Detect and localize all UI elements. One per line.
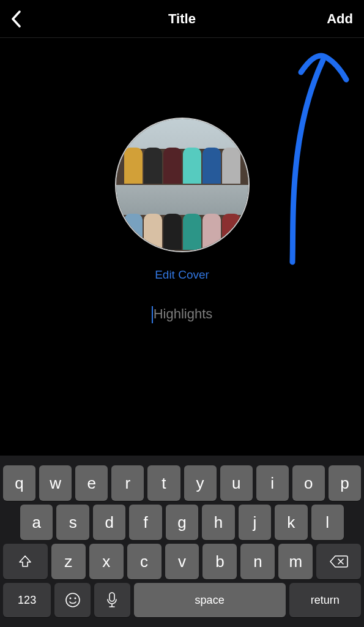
- shift-key[interactable]: [3, 544, 48, 579]
- key-l[interactable]: l: [311, 505, 344, 540]
- title-input[interactable]: Highlights: [154, 306, 213, 323]
- cover-image[interactable]: [115, 118, 250, 252]
- backspace-icon: [330, 555, 348, 568]
- keyboard-row-1: q w e r t y u i o p: [3, 465, 361, 501]
- key-v[interactable]: v: [165, 544, 199, 579]
- svg-point-0: [66, 593, 80, 607]
- emoji-key[interactable]: [54, 583, 91, 617]
- key-t[interactable]: t: [147, 465, 180, 501]
- key-h[interactable]: h: [202, 505, 234, 540]
- dictation-key[interactable]: [94, 583, 130, 617]
- content-area: Edit Cover Highlights: [0, 38, 364, 323]
- key-d[interactable]: d: [93, 505, 125, 540]
- edit-cover-button[interactable]: Edit Cover: [155, 268, 209, 282]
- shift-icon: [18, 554, 32, 569]
- title-input-container[interactable]: Highlights: [152, 306, 213, 323]
- chevron-left-icon: [11, 10, 21, 28]
- key-o[interactable]: o: [292, 465, 325, 501]
- key-s[interactable]: s: [56, 505, 89, 540]
- svg-point-1: [69, 598, 71, 599]
- keyboard: q w e r t y u i o p a s d f g h j k l z …: [0, 456, 364, 627]
- key-g[interactable]: g: [166, 505, 198, 540]
- key-q[interactable]: q: [3, 465, 35, 501]
- keyboard-row-4: 123 space return: [3, 583, 361, 617]
- key-i[interactable]: i: [256, 465, 289, 501]
- key-j[interactable]: j: [239, 505, 271, 540]
- key-k[interactable]: k: [275, 505, 307, 540]
- mic-icon: [106, 592, 117, 608]
- key-y[interactable]: y: [184, 465, 217, 501]
- key-b[interactable]: b: [202, 544, 237, 579]
- text-cursor: [152, 306, 153, 323]
- numbers-key[interactable]: 123: [3, 583, 51, 617]
- key-u[interactable]: u: [220, 465, 253, 501]
- return-key[interactable]: return: [289, 583, 361, 617]
- page-title: Title: [168, 11, 196, 27]
- emoji-icon: [65, 592, 81, 608]
- keyboard-row-2: a s d f g h j k l: [3, 505, 361, 540]
- key-a[interactable]: a: [20, 505, 53, 540]
- keyboard-row-3: z x c v b n m: [3, 544, 361, 579]
- space-key[interactable]: space: [134, 583, 286, 617]
- svg-point-2: [74, 598, 76, 599]
- add-button[interactable]: Add: [310, 11, 353, 27]
- key-c[interactable]: c: [127, 544, 162, 579]
- key-r[interactable]: r: [111, 465, 144, 501]
- header-bar: Title Add: [0, 0, 364, 38]
- key-w[interactable]: w: [39, 465, 72, 501]
- key-p[interactable]: p: [329, 465, 361, 501]
- key-m[interactable]: m: [278, 544, 313, 579]
- back-button[interactable]: [11, 10, 54, 28]
- key-f[interactable]: f: [129, 505, 162, 540]
- svg-rect-3: [110, 593, 114, 601]
- backspace-key[interactable]: [316, 544, 361, 579]
- key-z[interactable]: z: [51, 544, 86, 579]
- key-e[interactable]: e: [75, 465, 108, 501]
- key-x[interactable]: x: [89, 544, 124, 579]
- key-n[interactable]: n: [240, 544, 275, 579]
